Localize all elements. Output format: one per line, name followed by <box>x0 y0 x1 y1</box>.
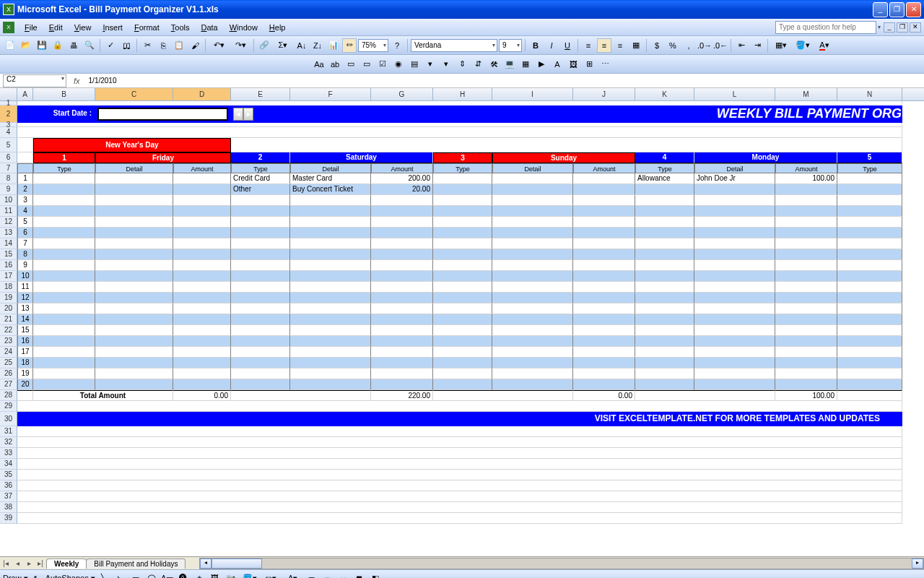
row-header-36[interactable]: 36 <box>0 480 17 491</box>
menu-data[interactable]: Data <box>195 22 223 33</box>
row-number[interactable]: 11 <box>17 282 33 293</box>
row-number[interactable]: 18 <box>17 358 33 368</box>
date-next-button[interactable]: ▸ <box>243 108 253 121</box>
day-name-2[interactable]: Sunday <box>492 152 635 163</box>
day-num-0[interactable]: 1 <box>33 152 95 163</box>
cell-amount[interactable] <box>775 379 837 390</box>
cell-type[interactable] <box>231 358 290 368</box>
holiday-label[interactable]: New Year's Day <box>33 138 231 152</box>
form-combo2-button[interactable]: ▾ <box>439 57 453 72</box>
menu-file[interactable]: File <box>19 22 43 33</box>
cell-amount[interactable] <box>371 379 433 390</box>
sheet-tab-bills[interactable]: Bill Payment and Holidays <box>86 558 186 569</box>
form-code-button[interactable]: 💻 <box>502 57 517 72</box>
total-label[interactable]: Total Amount <box>33 390 173 401</box>
cell-detail[interactable] <box>694 249 775 260</box>
cell-type[interactable] <box>231 314 290 325</box>
form-checkbox-button[interactable]: ☑ <box>375 57 390 72</box>
cell-detail[interactable] <box>290 336 371 347</box>
cell-amount[interactable] <box>775 184 837 195</box>
font-color-button[interactable]: A▾ <box>814 38 834 53</box>
form-image-button[interactable]: 🖼 <box>566 57 580 72</box>
form-grid-button[interactable]: ▦ <box>518 57 533 72</box>
cell-detail[interactable] <box>694 347 775 358</box>
cell-type[interactable]: Allowance <box>635 173 694 184</box>
cell-detail[interactable] <box>290 238 371 249</box>
cell-type[interactable]: Other <box>231 184 290 195</box>
row-number[interactable]: 14 <box>17 314 33 325</box>
cell-type[interactable] <box>231 195 290 206</box>
line-button[interactable]: ╲ <box>97 571 111 578</box>
cell-amount[interactable] <box>371 368 433 379</box>
row-header-23[interactable]: 23 <box>0 336 17 347</box>
cell-amount[interactable] <box>371 217 433 228</box>
start-date-input[interactable]: Friday, January 01, 2010 <box>97 108 228 121</box>
fx-icon[interactable]: fx <box>69 77 84 85</box>
redo-button[interactable]: ↷▾ <box>230 38 250 53</box>
autosum-button[interactable]: Σ▾ <box>273 38 293 53</box>
cell-detail[interactable] <box>694 358 775 368</box>
subheader[interactable]: Detail <box>290 163 371 173</box>
row-header-28[interactable]: 28 <box>0 390 17 401</box>
form-scroll-button[interactable]: ⇕ <box>455 57 469 72</box>
row-header-12[interactable]: 12 <box>0 217 17 228</box>
cell-detail[interactable] <box>290 314 371 325</box>
currency-button[interactable]: $ <box>650 38 664 53</box>
cell-detail[interactable] <box>694 368 775 379</box>
menu-edit[interactable]: Edit <box>43 22 69 33</box>
row-header-18[interactable]: 18 <box>0 282 17 293</box>
form-spinner-button[interactable]: ⇵ <box>471 57 485 72</box>
cell-amount[interactable] <box>775 358 837 368</box>
cell-detail[interactable] <box>694 195 775 206</box>
cell-amount[interactable] <box>371 325 433 336</box>
spelling-button[interactable]: ✓ <box>103 38 118 53</box>
oval-button[interactable]: ◯ <box>144 571 159 578</box>
mdi-minimize-button[interactable]: _ <box>884 22 895 33</box>
row-header-29[interactable]: 29 <box>0 401 17 412</box>
cell-type[interactable] <box>231 379 290 390</box>
day-num-4[interactable]: 5 <box>837 152 902 163</box>
day-num-1[interactable]: 2 <box>231 152 290 163</box>
col-header-A[interactable]: A <box>17 88 33 100</box>
cell-amount[interactable] <box>371 303 433 314</box>
cell-amount[interactable] <box>775 228 837 238</box>
row-number[interactable]: 1 <box>17 173 33 184</box>
form-label-button[interactable]: Aa <box>312 57 326 72</box>
cell-detail[interactable] <box>694 314 775 325</box>
formula-input[interactable]: 1/1/2010 <box>84 77 924 85</box>
draw-menu[interactable]: Draw ▾ <box>3 574 28 579</box>
footer-banner[interactable]: VISIT EXCELTEMPLATE.NET FOR MORE TEMPLAT… <box>17 412 902 426</box>
col-header-F[interactable]: F <box>290 88 371 100</box>
row-header-26[interactable]: 26 <box>0 368 17 379</box>
cell-type[interactable] <box>635 195 694 206</box>
form-toggle-button[interactable]: ⊞ <box>582 57 596 72</box>
row-number[interactable]: 7 <box>17 238 33 249</box>
autoshapes-menu[interactable]: AutoShapes ▾ <box>45 574 95 579</box>
select-objects-button[interactable]: ↖ <box>30 571 44 578</box>
cell-type[interactable] <box>231 217 290 228</box>
cell-detail[interactable] <box>694 260 775 271</box>
cell-detail[interactable] <box>694 303 775 314</box>
cell-amount[interactable] <box>371 347 433 358</box>
cell-detail[interactable]: Buy Concert Ticket <box>290 184 371 195</box>
font-size-combo[interactable]: 9 <box>499 39 522 52</box>
row-number[interactable]: 6 <box>17 228 33 238</box>
draw-line-color-button[interactable]: ✏▾ <box>261 571 282 578</box>
row-header-38[interactable]: 38 <box>0 502 17 513</box>
cell-type[interactable] <box>635 282 694 293</box>
tab-prev-button[interactable]: ◂ <box>12 559 23 567</box>
undo-button[interactable]: ↶▾ <box>209 38 229 53</box>
form-group-button[interactable]: ▭ <box>344 57 358 72</box>
cell-detail[interactable] <box>290 303 371 314</box>
name-box[interactable]: C2 <box>3 74 66 87</box>
cell-amount[interactable] <box>775 238 837 249</box>
cell-amount[interactable] <box>371 206 433 217</box>
cell-detail[interactable] <box>290 358 371 368</box>
picture-button[interactable]: 📷 <box>224 571 238 578</box>
cell-type[interactable] <box>635 314 694 325</box>
cell-amount[interactable] <box>371 238 433 249</box>
row-header-5[interactable]: 5 <box>0 138 17 152</box>
borders-button[interactable]: ▦▾ <box>771 38 791 53</box>
textbox-button[interactable]: A▭ <box>160 571 175 578</box>
cell-amount[interactable] <box>775 282 837 293</box>
